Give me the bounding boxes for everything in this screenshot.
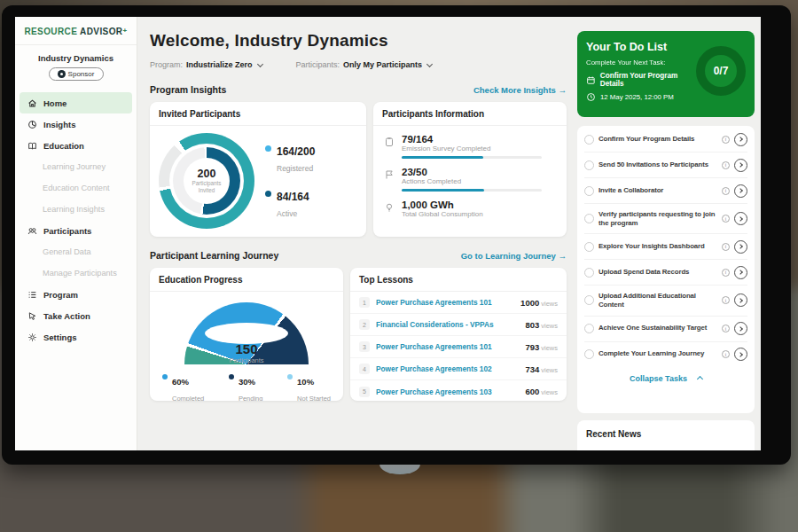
legend-not-started: 10% Not Started: [287, 372, 331, 401]
program-dropdown[interactable]: Program: Industrialize Zero: [150, 60, 262, 69]
chevron-right-icon: [738, 216, 743, 222]
divider: [15, 44, 137, 45]
sidebar-item-label: Home: [43, 98, 66, 108]
dashboard-screen: RESOURCE ADVISOR+ Industry Dynamics Spon…: [15, 17, 761, 450]
task-go-button[interactable]: [734, 159, 747, 172]
task-row: Achieve One Sustainability Target: [584, 317, 747, 342]
task-checkbox[interactable]: [584, 186, 594, 196]
donut-center: 200 Participants Invited: [184, 158, 230, 204]
sidebar-item-education-content[interactable]: Education Content: [15, 177, 137, 199]
legend-dot: [265, 191, 271, 197]
lesson-row: 3 Power Purchase Agreements 101 793views: [350, 336, 567, 358]
task-go-button[interactable]: [734, 266, 747, 279]
sidebar-item-label: Learning Journey: [43, 162, 106, 171]
info-icon[interactable]: [722, 296, 730, 304]
info-icon[interactable]: [722, 215, 730, 223]
sidebar-item-label: Learning Insights: [43, 205, 105, 214]
lesson-row: 2 Financial Considerations - VPPAs 803vi…: [350, 314, 567, 336]
recent-news-card: Recent News: [577, 420, 755, 450]
info-icon[interactable]: [722, 161, 730, 169]
flag-icon: [384, 169, 395, 180]
legend-pending: 30% Pending: [229, 372, 263, 401]
task-go-button[interactable]: [734, 348, 747, 361]
info-icon[interactable]: [722, 243, 730, 251]
sidebar-item-participants[interactable]: Participants: [15, 220, 137, 241]
task-row: Upload Spend Data Records: [584, 260, 747, 286]
participants-dropdown[interactable]: Participants: Only My Participants: [296, 60, 433, 69]
todo-next-task: Confirm Your Program Details: [600, 72, 701, 88]
collapse-tasks-link[interactable]: Collapse Tasks: [584, 367, 747, 391]
sidebar-item-label: Program: [43, 290, 78, 300]
legend-registered: 164/200 Registered: [265, 143, 315, 175]
recent-news-title: Recent News: [586, 429, 641, 439]
lesson-link[interactable]: Power Purchase Agreements 103: [376, 387, 519, 396]
task-go-button[interactable]: [734, 133, 747, 146]
learning-cards-row: Education Progress 150 Participants 60% …: [150, 268, 567, 401]
info-icon[interactable]: [722, 350, 730, 358]
logo-text-primary: RESOURCE: [24, 27, 77, 36]
program-filter-value: Industrialize Zero: [186, 60, 253, 69]
participants-icon: [27, 226, 37, 236]
lesson-link[interactable]: Power Purchase Agreements 101: [376, 342, 519, 351]
participants-filter-label: Participants:: [296, 60, 340, 69]
task-go-button[interactable]: [734, 184, 747, 198]
lesson-row: 4 Power Purchase Agreements 102 734views: [350, 358, 567, 380]
chevron-right-icon: [738, 188, 743, 193]
stat-emission-survey: 79/164 Emission Survey Completed: [384, 134, 556, 159]
lesson-link[interactable]: Power Purchase Agreements 101: [376, 298, 514, 307]
task-list-card: Confirm Your Program Details Send 50 Inv…: [577, 126, 755, 413]
sidebar-item-settings[interactable]: Settings: [15, 326, 137, 348]
participants-filter-value: Only My Participants: [343, 60, 422, 69]
lesson-link[interactable]: Financial Considerations - VPPAs: [376, 320, 519, 329]
check-more-insights-link[interactable]: Check More Insights: [473, 85, 567, 95]
lesson-link[interactable]: Power Purchase Agreements 102: [376, 364, 519, 373]
todo-progress-count: 0/7: [714, 65, 729, 77]
sidebar-item-home[interactable]: Home: [20, 92, 132, 113]
task-checkbox[interactable]: [584, 135, 594, 145]
sidebar-item-learning-journey[interactable]: Learning Journey: [15, 156, 137, 177]
info-icon[interactable]: [722, 269, 730, 277]
rank-badge: 3: [359, 341, 370, 352]
home-icon: [27, 98, 37, 108]
sidebar-item-program[interactable]: Program: [15, 284, 137, 305]
task-checkbox[interactable]: [584, 242, 594, 252]
task-checkbox[interactable]: [584, 268, 594, 278]
task-go-button[interactable]: [734, 240, 747, 254]
calendar-icon: [586, 75, 596, 85]
task-row: Upload Additional Educational Content: [584, 286, 747, 316]
chevron-right-icon: [738, 244, 743, 249]
sidebar-item-label: Education: [43, 141, 84, 151]
chevron-down-icon: [426, 60, 433, 66]
sponsor-icon: [58, 70, 66, 78]
chevron-right-icon: [738, 298, 743, 303]
sidebar-item-label: Education Content: [43, 184, 110, 192]
sidebar-item-learning-insights[interactable]: Learning Insights: [15, 199, 137, 220]
info-icon[interactable]: [722, 325, 730, 332]
clipboard-icon: [384, 137, 395, 147]
task-go-button[interactable]: [734, 322, 747, 335]
task-checkbox[interactable]: [584, 214, 594, 223]
invited-donut-chart: 200 Participants Invited: [159, 133, 254, 229]
education-progress-card: Education Progress 150 Participants 60% …: [150, 268, 343, 401]
sidebar-item-manage-participants[interactable]: Manage Participants: [15, 262, 137, 284]
legend-completed: 60% Completed: [162, 372, 204, 401]
sidebar-item-education[interactable]: Education: [15, 135, 137, 156]
info-icon[interactable]: [722, 187, 730, 195]
task-go-button[interactable]: [734, 293, 747, 307]
todo-due-date: 12 May 2025, 12:00 PM: [600, 93, 674, 101]
task-checkbox[interactable]: [584, 160, 594, 170]
legend-dot: [265, 145, 271, 152]
sidebar-item-general-data[interactable]: General Data: [15, 241, 137, 262]
info-icon[interactable]: [722, 136, 730, 144]
sidebar-item-insights[interactable]: Insights: [15, 113, 137, 135]
task-checkbox[interactable]: [584, 324, 594, 333]
stat-actions-completed: 23/50 Actions Completed: [384, 167, 556, 192]
task-checkbox[interactable]: [584, 295, 594, 305]
section-title: Participant Learning Journey: [150, 250, 278, 261]
top-lessons-card: Top Lessons 1 Power Purchase Agreements …: [350, 268, 567, 401]
task-checkbox[interactable]: [584, 349, 594, 359]
go-to-learning-journey-link[interactable]: Go to Learning Journey: [461, 251, 567, 261]
task-go-button[interactable]: [734, 212, 747, 225]
sidebar-item-label: Participants: [43, 226, 91, 236]
sidebar-item-take-action[interactable]: Take Action: [15, 305, 137, 326]
